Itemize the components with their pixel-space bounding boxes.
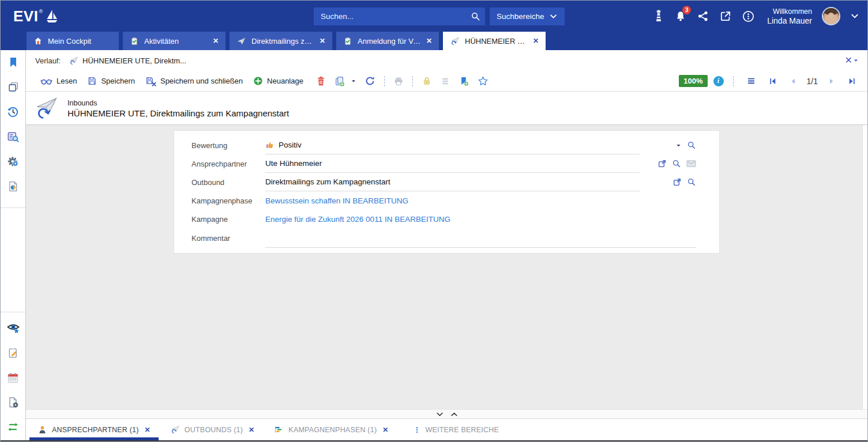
lighthouse-icon[interactable] [653, 9, 664, 23]
outbound-value[interactable]: Direktmailings zum Kampagnenstart [265, 173, 640, 191]
lookup-search-icon[interactable] [672, 159, 681, 168]
user-avatar[interactable] [822, 7, 840, 25]
left-toolbar [1, 50, 26, 440]
notes-clipboard-pencil-icon[interactable] [5, 345, 21, 360]
collapse-down-icon[interactable] [436, 411, 444, 417]
lookup-search-icon[interactable] [687, 177, 696, 187]
record-type: Inbounds [67, 98, 289, 108]
history-item-label: HÜHNEMEIER UTE, Direktm... [82, 56, 186, 65]
plus-circle-icon [253, 76, 263, 86]
record-menu-caret-icon[interactable] [852, 57, 859, 64]
tab-outbounds[interactable]: OUTBOUNDS (1) ✕ [162, 419, 262, 440]
tab-bar: Mein Cockpit Aktivitäten ✕ Direktmailing… [27, 32, 867, 50]
info-icon[interactable]: i [713, 76, 724, 86]
tab-direktmailings[interactable]: Direktmailings zum ... ✕ [230, 32, 332, 50]
form-row-kampagnenphase: Kampagnenphase Bewusstsein schaffen IN B… [191, 191, 696, 210]
close-record-icon[interactable]: ✕ [845, 56, 852, 65]
search-areas-button[interactable]: Suchbereiche [490, 7, 565, 25]
report-pie-document-icon[interactable] [5, 179, 21, 194]
open-external-icon[interactable] [719, 10, 732, 22]
watch-favorite-eye-icon[interactable] [5, 320, 21, 335]
search-icon[interactable] [471, 12, 480, 24]
tab-weitere-bereiche[interactable]: WEITERE BEREICHE [405, 419, 508, 440]
calendar-icon[interactable] [5, 370, 21, 385]
new-record-button[interactable]: Neuanlage [249, 74, 307, 88]
open-record-icon[interactable] [672, 177, 682, 187]
save-button[interactable]: Speichern [83, 74, 139, 88]
history-clock-icon[interactable] [5, 104, 21, 119]
swap-sync-icon[interactable] [5, 420, 21, 435]
record-header: Inbounds HÜHNEMEIER UTE, Direktmailings … [26, 92, 867, 125]
ansprechpartner-value[interactable]: Ute Hühnemeier [265, 154, 640, 173]
tab-ansprechpartner[interactable]: ANSPRECHPARTNER (1) ✕ [29, 419, 159, 440]
layers-button[interactable] [437, 74, 453, 89]
process-gear-icon[interactable] [5, 154, 21, 169]
lock-button[interactable] [419, 73, 435, 89]
tab-close-icon[interactable]: ✕ [320, 37, 325, 45]
tab-label: Anmeldung für Vera... [358, 37, 421, 46]
menu-hamburger-icon[interactable] [743, 74, 760, 88]
first-page-icon[interactable] [765, 74, 780, 88]
document-settings-icon[interactable] [5, 395, 21, 410]
field-actions [647, 177, 696, 187]
previous-page-icon[interactable] [786, 75, 800, 88]
bewertung-value[interactable]: Positiv [265, 136, 640, 154]
notifications-badge: 3 [682, 6, 691, 14]
kommentar-input[interactable] [265, 233, 696, 247]
pages-copy-icon[interactable] [5, 80, 21, 95]
list-search-icon[interactable] [5, 129, 21, 144]
history-label: Verlauf: [35, 56, 61, 65]
favorite-star-button[interactable] [475, 73, 491, 89]
tab-mein-cockpit[interactable]: Mein Cockpit [27, 32, 119, 50]
vertical-scrollbar[interactable] [862, 125, 867, 409]
search-input[interactable] [314, 7, 485, 25]
copy-menu-caret-icon[interactable] [351, 76, 359, 86]
app-logo[interactable]: EVI ® [13, 7, 59, 25]
detail-form-panel: Bewertung Positiv [174, 130, 720, 254]
tab-anmeldung[interactable]: Anmeldung für Vera... ✕ [336, 32, 439, 50]
inbound-icon [450, 36, 460, 46]
record-title: HÜHNEMEIER UTE, Direktmailings zum Kampa… [67, 108, 289, 119]
add-bookmark-button[interactable] [456, 73, 472, 89]
home-icon [33, 36, 43, 46]
form-row-ansprechpartner: Ansprechpartner Ute Hühnemeier [191, 154, 696, 173]
share-icon[interactable] [697, 10, 709, 22]
print-button[interactable] [390, 74, 407, 89]
read-button[interactable]: Lesen [36, 74, 81, 88]
kampagnenphase-link[interactable]: Bewusstsein schaffen IN BEARBEITUNG [265, 197, 408, 205]
bookmark-icon[interactable] [5, 55, 21, 70]
record-content: Bewertung Positiv [26, 125, 867, 409]
info-menu-icon[interactable] [742, 10, 755, 23]
tab-kampagnenphasen[interactable]: KAMPAGNENPHASEN (1) ✕ [266, 419, 396, 440]
tab-close-icon[interactable]: ✕ [145, 426, 151, 434]
copy-record-button[interactable] [331, 73, 348, 89]
user-menu-chevron-icon[interactable] [850, 12, 859, 21]
field-label: Kommentar [191, 234, 265, 243]
notifications-bell-icon[interactable]: 3 [674, 9, 687, 23]
tab-huehnemeier-active[interactable]: HÜHNEMEIER UTE, ... ✕ [443, 32, 546, 50]
email-icon[interactable] [686, 160, 696, 168]
last-page-icon[interactable] [844, 74, 859, 88]
panel-splitter [26, 409, 867, 418]
open-record-icon[interactable] [657, 159, 667, 168]
tab-close-icon[interactable]: ✕ [533, 37, 539, 45]
tab-close-icon[interactable]: ✕ [213, 37, 219, 45]
page-indicator: 1/1 [807, 77, 818, 86]
expand-up-icon[interactable] [450, 411, 458, 417]
sailboat-icon [45, 9, 59, 25]
history-item[interactable]: HÜHNEMEIER UTE, Direktm... [69, 56, 186, 66]
kampagne-link[interactable]: Energie für die Zukunft 2026 0011 IN BEA… [265, 215, 450, 224]
save-and-close-button[interactable]: Speichern und schließen [141, 74, 247, 89]
next-page-icon[interactable] [825, 75, 839, 88]
tab-close-icon[interactable]: ✕ [426, 37, 432, 45]
tab-close-icon[interactable]: ✕ [382, 426, 388, 434]
delete-button[interactable] [313, 73, 329, 89]
lookup-search-icon[interactable] [687, 141, 696, 150]
refresh-button[interactable] [362, 73, 378, 89]
outbound-icon [170, 425, 180, 435]
zoom-level-badge[interactable]: 100% [679, 75, 707, 87]
dropdown-caret-icon[interactable] [675, 142, 682, 149]
user-name: Linda Mauer [767, 16, 812, 25]
tab-aktivitaeten[interactable]: Aktivitäten ✕ [123, 32, 226, 50]
tab-close-icon[interactable]: ✕ [249, 426, 254, 434]
